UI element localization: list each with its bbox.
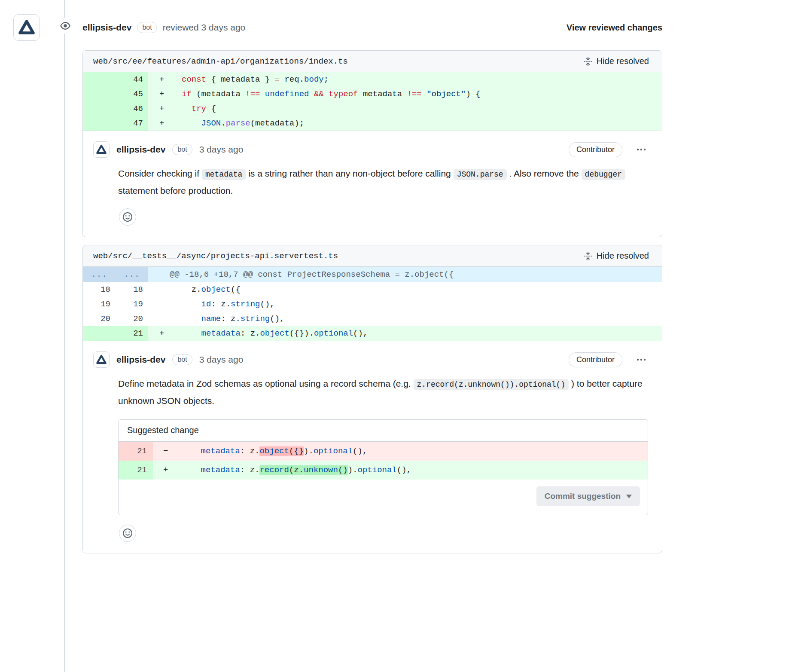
smiley-icon [123,212,132,222]
view-reviewed-changes-link[interactable]: View reviewed changes [567,23,662,33]
old-line-number[interactable] [83,72,116,87]
commit-suggestion-button[interactable]: Commit suggestion [536,486,640,506]
hide-resolved-button[interactable]: Hide resolved [581,56,652,67]
ellipsis-logo-icon [96,354,107,365]
new-line-number[interactable]: 21 [116,326,148,341]
review-thread-card-2: web/src/__tests__/async/projects-api.ser… [82,245,662,553]
comment-body: Consider checking if metadata is a strin… [118,165,648,199]
code-text: try { [182,104,216,113]
hide-resolved-label: Hide resolved [597,56,649,66]
new-line-number[interactable]: 45 [116,87,148,101]
new-line-number[interactable]: 18 [116,282,148,297]
line-number: 21 [119,461,153,480]
bot-badge: bot [137,22,157,33]
diff-line: 19 19 id: z.string(), [83,297,662,312]
comment-author[interactable]: ellipsis-dev [116,354,165,365]
fold-icon [584,57,592,66]
code-line: id: z.string(), [148,297,662,312]
new-line-number[interactable]: 47 [116,116,148,131]
line-number: 21 [119,442,153,461]
code-line: + metadata: z.record(z.unknown()).option… [153,461,648,480]
diff-sign: + [148,87,182,101]
diff-sign: + [148,72,182,87]
timeline-line [64,0,65,672]
diff-sign: + [153,461,181,480]
code-text: if (metadata !== undefined && typeof met… [182,89,481,99]
review-thread-card-1: web/src/ee/features/admin-api/organizati… [82,50,662,237]
comment-avatar[interactable] [93,351,110,368]
code-line: + try { [148,101,662,116]
new-line-number[interactable]: 46 [116,101,148,116]
diff-line: 47 + JSON.parse(metadata); [83,116,662,131]
hunk-old-ellipsis: ... [83,267,116,282]
suggestion-removed-line: 21 − metadata: z.object({}).optional(), [119,442,648,461]
review-comment: ellipsis-dev bot 3 days ago Contributor … [83,131,662,237]
review-meta: reviewed 3 days ago [163,22,246,33]
review-comment: ellipsis-dev bot 3 days ago Contributor … [83,341,662,553]
code-line: z.object({ [148,282,662,297]
code-text: id: z.string(), [182,299,275,309]
hunk-new-ellipsis: ... [116,267,148,282]
chevron-down-icon [626,495,632,498]
code-line: + JSON.parse(metadata); [148,116,662,131]
code-line: name: z.string(), [148,312,662,326]
diff-sign: + [148,326,182,341]
suggested-change-block: Suggested change 21 − metadata: z.object… [118,419,648,515]
hunk-header-line: ... ... @@ -18,6 +18,7 @@ const ProjectR… [83,267,662,282]
reviewer-name[interactable]: ellipsis-dev [82,22,131,33]
new-line-number[interactable]: 19 [116,297,148,312]
diff-block: 44 +const { metadata } = req.body; 45 +i… [83,72,662,131]
code-text: z.object({ [182,285,241,294]
suggested-change-title: Suggested change [119,420,648,442]
comment-body: Define metadata in Zod schemas as option… [118,376,648,409]
review-header: ellipsis-dev bot reviewed 3 days ago Vie… [82,19,662,36]
hide-resolved-label: Hide resolved [597,251,649,261]
commit-suggestion-label: Commit suggestion [545,492,621,501]
diff-line: 18 18 z.object({ [83,282,662,297]
contributor-badge: Contributor [569,352,622,367]
suggestion-footer: Commit suggestion [119,480,648,515]
code-line: + metadata: z.object({}).optional(), [148,326,662,341]
add-reaction-button[interactable] [119,208,136,226]
code-text: metadata: z.record(z.unknown()).optional… [181,465,411,475]
comment-author[interactable]: ellipsis-dev [116,144,165,155]
file-path-link[interactable]: web/src/ee/features/admin-api/organizati… [93,57,348,66]
add-reaction-button[interactable] [119,525,136,542]
ellipsis-logo-icon [18,19,35,36]
file-path-link[interactable]: web/src/__tests__/async/projects-api.ser… [93,251,338,261]
old-line-number[interactable] [83,116,116,131]
comment-avatar[interactable] [93,141,110,158]
old-line-number[interactable] [83,326,116,341]
diff-sign: − [153,442,181,461]
code-text: metadata: z.object({}).optional(), [182,329,368,338]
old-line-number[interactable] [83,87,116,101]
smiley-icon [123,528,132,538]
review-event-badge [58,18,73,34]
eye-icon [60,21,70,31]
code-line: +const { metadata } = req.body; [148,72,662,87]
kebab-menu-button[interactable] [634,146,648,153]
diff-sign: + [148,116,182,131]
bot-badge: bot [172,144,192,155]
old-line-number[interactable]: 19 [83,297,116,312]
kebab-menu-button[interactable] [634,356,648,363]
ellipsis-logo-icon [96,144,107,155]
comment-timestamp[interactable]: 3 days ago [199,354,244,365]
old-line-number[interactable] [83,101,116,116]
diff-line: 44 +const { metadata } = req.body; [83,72,662,87]
fold-icon [584,252,592,260]
comment-timestamp[interactable]: 3 days ago [199,144,244,155]
code-line: +if (metadata !== undefined && typeof me… [148,87,662,101]
diff-block: ... ... @@ -18,6 +18,7 @@ const ProjectR… [83,267,662,341]
old-line-number[interactable]: 18 [83,282,116,297]
new-line-number[interactable]: 44 [116,72,148,87]
reviewer-avatar[interactable] [13,14,40,41]
new-line-number[interactable]: 20 [116,312,148,326]
suggestion-added-line: 21 + metadata: z.record(z.unknown()).opt… [119,461,648,480]
contributor-badge: Contributor [569,142,622,157]
hide-resolved-button[interactable]: Hide resolved [581,250,652,261]
old-line-number[interactable]: 20 [83,312,116,326]
code-text: JSON.parse(metadata); [182,119,304,128]
code-line: − metadata: z.object({}).optional(), [153,442,648,461]
bot-badge: bot [172,354,192,365]
